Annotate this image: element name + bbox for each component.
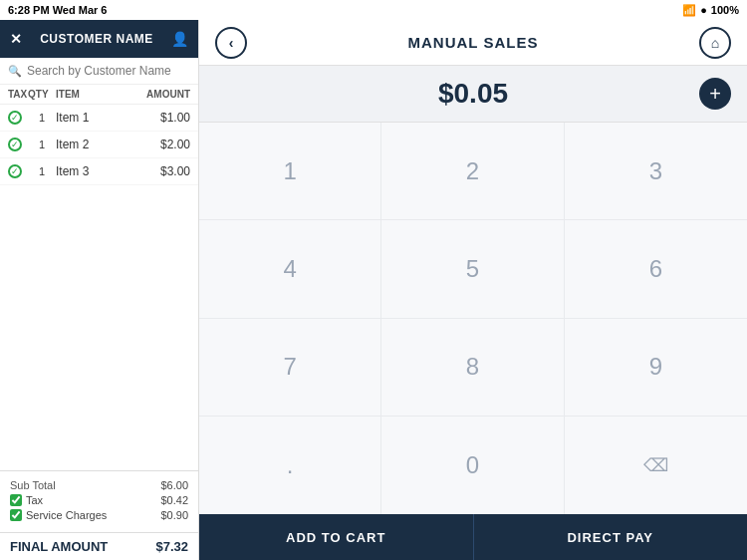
right-panel: ‹ MANUAL SALES ⌂ $0.05 + 123456789.0⌫ AD… xyxy=(199,20,747,560)
service-charges-value: $0.90 xyxy=(160,509,188,521)
tax-checkbox-label[interactable]: Tax xyxy=(10,494,43,506)
amount-value: $0.05 xyxy=(438,78,508,110)
direct-pay-button[interactable]: DIRECT PAY xyxy=(474,514,748,560)
header-tax: TAX xyxy=(8,89,28,100)
numpad-key-9[interactable]: 9 xyxy=(565,319,747,417)
table-row: ✓ 1 Item 1 $1.00 xyxy=(0,105,198,132)
tax-row: Tax $0.42 xyxy=(10,494,188,506)
service-charges-label: Service Charges xyxy=(26,509,107,521)
header-amount: AMOUNT xyxy=(140,89,190,100)
service-charges-checkbox[interactable] xyxy=(10,509,22,521)
item-amount: $1.00 xyxy=(140,111,190,125)
backspace-key[interactable]: ⌫ xyxy=(565,417,747,514)
items-list: ✓ 1 Item 1 $1.00 ✓ 1 Item 2 $2.00 ✓ 1 It… xyxy=(0,105,198,185)
add-item-button[interactable]: + xyxy=(699,78,731,110)
status-bar: 6:28 PM Wed Mar 6 📶 ● 100% xyxy=(0,0,747,20)
numpad-key-1[interactable]: 1 xyxy=(199,123,381,220)
numpad-key-3[interactable]: 3 xyxy=(565,123,747,220)
header-item: ITEM xyxy=(56,89,140,100)
header-qty: QTY xyxy=(28,89,56,100)
tax-check-icon: ✓ xyxy=(8,111,22,125)
item-amount: $2.00 xyxy=(140,138,190,151)
table-row: ✓ 1 Item 3 $3.00 xyxy=(0,158,198,185)
page-title: MANUAL SALES xyxy=(408,34,539,51)
numpad-key-4[interactable]: 4 xyxy=(199,220,381,318)
numpad-key-8[interactable]: 8 xyxy=(381,319,564,417)
search-bar[interactable]: 🔍 xyxy=(0,58,198,85)
item-name: Item 1 xyxy=(56,111,140,125)
numpad-key-0[interactable]: 0 xyxy=(381,417,564,514)
totals-section: Sub Total $6.00 Tax $0.42 Service Charge… xyxy=(0,470,198,532)
item-qty: 1 xyxy=(28,139,56,150)
search-icon: 🔍 xyxy=(8,65,22,78)
add-to-cart-button[interactable]: ADD TO CART xyxy=(199,514,474,560)
final-amount-label: FINAL AMOUNT xyxy=(10,539,108,554)
service-charges-checkbox-label[interactable]: Service Charges xyxy=(10,509,107,521)
status-right: 📶 ● 100% xyxy=(682,4,739,17)
backspace-icon: ⌫ xyxy=(643,454,668,476)
user-icon: 👤 xyxy=(171,31,188,47)
battery-level: 100% xyxy=(711,4,739,16)
final-amount-value: $7.32 xyxy=(155,539,188,554)
tax-checkbox[interactable] xyxy=(10,494,22,506)
tax-check-icon: ✓ xyxy=(8,164,22,178)
final-amount-row: FINAL AMOUNT $7.32 xyxy=(0,532,198,560)
tax-label: Tax xyxy=(26,494,43,506)
table-row: ✓ 1 Item 2 $2.00 xyxy=(0,132,198,158)
tax-value: $0.42 xyxy=(160,494,188,506)
subtotal-row: Sub Total $6.00 xyxy=(10,479,188,491)
customer-title: CUSTOMER NAME xyxy=(40,32,153,46)
item-qty: 1 xyxy=(28,165,56,177)
tax-check-icon: ✓ xyxy=(8,138,22,151)
main-layout: ✕ CUSTOMER NAME 👤 🔍 TAX QTY ITEM AMOUNT … xyxy=(0,20,747,560)
numpad-key-5[interactable]: 5 xyxy=(381,220,564,318)
search-input[interactable] xyxy=(27,64,190,78)
status-time: 6:28 PM Wed Mar 6 xyxy=(8,4,107,16)
amount-display: $0.05 + xyxy=(199,66,747,123)
item-name: Item 2 xyxy=(56,138,140,151)
close-button[interactable]: ✕ xyxy=(10,31,22,47)
item-amount: $3.00 xyxy=(140,164,190,178)
subtotal-label: Sub Total xyxy=(10,479,56,491)
home-button[interactable]: ⌂ xyxy=(699,27,731,59)
items-table: TAX QTY ITEM AMOUNT ✓ 1 Item 1 $1.00 ✓ 1… xyxy=(0,85,198,470)
customer-header: ✕ CUSTOMER NAME 👤 xyxy=(0,20,198,58)
item-name: Item 3 xyxy=(56,164,140,178)
numpad-key-6[interactable]: 6 xyxy=(565,220,747,318)
numpad-key-7[interactable]: 7 xyxy=(199,319,381,417)
item-qty: 1 xyxy=(28,112,56,124)
back-button[interactable]: ‹ xyxy=(215,27,247,59)
numpad: 123456789.0⌫ xyxy=(199,123,747,514)
top-nav: ‹ MANUAL SALES ⌂ xyxy=(199,20,747,66)
subtotal-value: $6.00 xyxy=(160,479,188,491)
action-buttons: ADD TO CART DIRECT PAY xyxy=(199,514,747,560)
wifi-icon: ● xyxy=(700,4,707,16)
service-charges-row: Service Charges $0.90 xyxy=(10,509,188,521)
numpad-key-.[interactable]: . xyxy=(199,417,381,514)
battery-icon: 📶 xyxy=(682,4,696,17)
numpad-key-2[interactable]: 2 xyxy=(381,123,564,220)
left-panel: ✕ CUSTOMER NAME 👤 🔍 TAX QTY ITEM AMOUNT … xyxy=(0,20,199,560)
table-header: TAX QTY ITEM AMOUNT xyxy=(0,85,198,105)
